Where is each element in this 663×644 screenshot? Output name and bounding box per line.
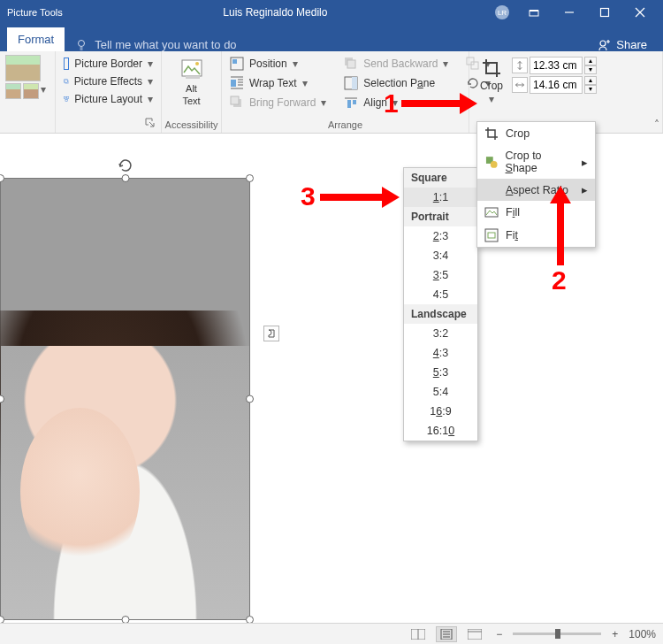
alt-text-icon — [180, 58, 203, 81]
crop-icon — [481, 58, 502, 79]
height-icon — [512, 58, 528, 73]
zoom-out-button[interactable]: − — [492, 628, 506, 640]
svg-rect-19 — [232, 59, 237, 64]
web-layout-button[interactable] — [464, 626, 485, 642]
tell-me-placeholder: Tell me what you want to do — [95, 38, 236, 51]
crop-menu-fit[interactable]: Fit — [477, 224, 595, 247]
align-button[interactable]: Align ▾ — [341, 94, 451, 111]
close-button[interactable] — [622, 0, 658, 25]
rotation-handle[interactable] — [118, 157, 133, 176]
aspect-ratio-header-square: Square — [404, 168, 477, 188]
width-spinner[interactable]: ▴▾ — [584, 76, 597, 94]
share-label: Share — [616, 38, 647, 51]
style-preset-thumbnail[interactable] — [5, 55, 41, 81]
resize-handle[interactable] — [0, 174, 4, 182]
arrange-group-label: Arrange — [227, 119, 463, 131]
user-avatar[interactable]: LR — [495, 5, 509, 19]
svg-rect-31 — [352, 77, 357, 89]
aspect-ratio-option[interactable]: 1:1 — [404, 188, 477, 207]
aspect-ratio-option[interactable]: 4:5 — [404, 285, 477, 304]
width-icon — [512, 77, 528, 93]
svg-rect-50 — [468, 629, 482, 640]
document-title: Luis Reginaldo Medilo — [63, 6, 488, 19]
send-backward-button[interactable]: Send Backward ▾ — [341, 55, 451, 73]
aspect-ratio-option[interactable]: 16:10 — [404, 421, 477, 441]
picture-effects-button[interactable]: Picture Effects ▾ — [61, 73, 156, 90]
aspect-ratio-option[interactable]: 16:9 — [404, 402, 477, 421]
zoom-slider[interactable] — [513, 632, 601, 635]
align-icon — [344, 96, 358, 110]
crop-menu-aspect-ratio[interactable]: Aspect Ratio ▸ — [477, 179, 595, 201]
crop-menu-crop-to-shape[interactable]: Crop to Shape ▸ — [477, 145, 595, 179]
position-label: Position — [249, 58, 287, 70]
crop-label: Crop — [480, 80, 503, 92]
style-preset-thumbnail[interactable] — [5, 83, 21, 99]
wrap-text-button[interactable]: Wrap Text ▾ — [227, 74, 329, 92]
read-mode-icon — [411, 629, 425, 640]
collapse-ribbon-button[interactable]: ˄ — [654, 119, 659, 131]
height-input[interactable] — [530, 57, 583, 74]
svg-rect-29 — [347, 60, 355, 68]
aspect-ratio-option[interactable]: 3:5 — [404, 265, 477, 285]
layout-options-button[interactable] — [263, 326, 279, 341]
aspect-ratio-option[interactable]: 3:2 — [404, 324, 477, 343]
accessibility-group: Alt Text Accessibility — [162, 51, 222, 133]
svg-rect-10 — [65, 80, 68, 83]
minimize-button[interactable] — [552, 0, 587, 25]
print-layout-button[interactable] — [436, 626, 457, 642]
chevron-down-icon: ▾ — [392, 96, 398, 109]
picture-border-button[interactable]: Picture Border ▾ — [61, 55, 156, 73]
zoom-percentage[interactable]: 100% — [629, 628, 656, 640]
selected-picture[interactable] — [0, 178, 250, 620]
resize-handle[interactable] — [246, 395, 254, 403]
zoom-in-button[interactable]: + — [608, 628, 621, 640]
title-bar: Picture Tools Luis Reginaldo Medilo LR F… — [0, 0, 663, 51]
print-layout-icon — [439, 629, 453, 640]
alt-text-button[interactable]: Alt Text — [177, 55, 207, 110]
lightbulb-icon — [75, 39, 88, 51]
tab-format[interactable]: Format — [7, 27, 65, 51]
aspect-ratio-option[interactable]: 5:3 — [404, 363, 477, 382]
read-mode-button[interactable] — [408, 626, 429, 642]
position-button[interactable]: Position ▾ — [227, 55, 329, 73]
aspect-ratio-option[interactable]: 2:3 — [404, 226, 477, 246]
gallery-more-button[interactable]: ▾ — [41, 83, 46, 99]
height-input-row: ▴▾ — [512, 57, 597, 74]
crop-menu-fill[interactable]: Fill — [477, 201, 595, 224]
crop-menu-crop[interactable]: Crop — [477, 122, 595, 145]
resize-handle[interactable] — [121, 174, 129, 182]
aspect-ratio-header-landscape: Landscape — [404, 304, 477, 324]
aspect-ratio-option[interactable]: 4:3 — [404, 343, 477, 363]
style-preset-thumbnail[interactable] — [23, 83, 39, 99]
dialog-launcher-icon[interactable] — [145, 118, 156, 128]
svg-point-6 — [79, 40, 85, 46]
bring-forward-label: Bring Forward — [249, 96, 316, 109]
bring-forward-icon — [230, 96, 244, 110]
send-backward-icon — [344, 57, 358, 71]
aspect-ratio-option[interactable]: 5:4 — [404, 382, 477, 402]
crop-split-button[interactable]: Crop ▾ — [475, 55, 508, 108]
svg-rect-11 — [65, 80, 69, 84]
bring-forward-button[interactable]: Bring Forward ▾ — [227, 94, 329, 111]
arrange-group: Position ▾ Wrap Text ▾ Bring Forward ▾ — [222, 51, 469, 133]
resize-handle[interactable] — [246, 174, 254, 182]
width-input[interactable] — [530, 76, 583, 94]
send-backward-label: Send Backward — [363, 58, 438, 70]
tell-me-search[interactable]: Tell me what you want to do — [65, 38, 590, 51]
chevron-down-icon: ▾ — [443, 58, 448, 70]
zoom-slider-thumb[interactable] — [555, 629, 560, 639]
selection-pane-button[interactable]: Selection Pane — [341, 74, 451, 92]
ribbon-options-icon — [529, 7, 539, 18]
picture-layout-button[interactable]: Picture Layout ▾ — [61, 90, 156, 108]
picture-layout-label: Picture Layout — [74, 93, 142, 105]
ribbon-display-options-button[interactable] — [516, 0, 552, 25]
aspect-ratio-option[interactable]: 3:4 — [404, 246, 477, 265]
maximize-button[interactable] — [587, 0, 622, 25]
svg-rect-12 — [64, 97, 65, 99]
submenu-arrow-icon: ▸ — [582, 183, 588, 196]
share-button[interactable]: Share — [590, 38, 656, 51]
picture-border-label: Picture Border — [74, 58, 142, 70]
crop-menu-aspect-ratio-label: Aspect Ratio — [506, 184, 568, 196]
close-icon — [635, 7, 645, 18]
height-spinner[interactable]: ▴▾ — [584, 57, 597, 74]
